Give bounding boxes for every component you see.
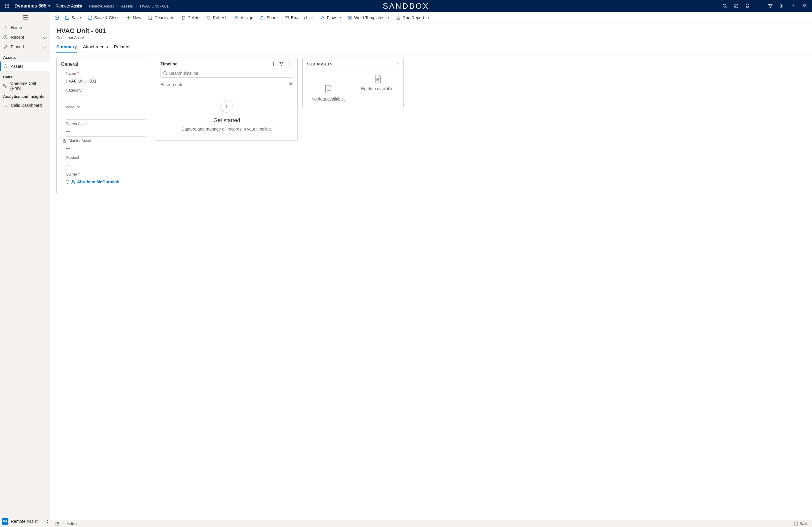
note-input-row [160,80,293,89]
record-subtitle: Customer Asset [56,35,806,40]
cmd-label: Deactivate [155,15,174,20]
new-button[interactable]: New [123,12,144,23]
more-icon[interactable] [395,61,399,67]
svg-point-44 [397,63,397,64]
nav-label: Pinned [11,44,24,49]
product-label: Product [66,155,145,160]
category-label: Category [66,88,145,92]
go-back-icon[interactable] [52,12,61,23]
crumb-1[interactable]: Assets [121,4,133,9]
status-save-button[interactable]: Save [794,521,808,526]
email-link-button[interactable]: Email a Link [281,12,317,23]
cmd-label: Email a Link [291,15,314,20]
cmd-label: Refresh [213,15,227,20]
more-icon[interactable] [285,62,293,66]
category-field[interactable]: --- [66,94,145,103]
nav-assets[interactable]: Assets [0,61,50,71]
chevron-down-icon[interactable]: ▾ [48,4,50,8]
word-templates-button[interactable]: Word Templates▾ [345,12,393,23]
name-label: Name [66,71,76,76]
run-report-button[interactable]: Run Report▾ [393,12,432,23]
note-input[interactable] [160,82,289,87]
cmd-label: Flow [327,15,336,20]
cmd-label: Word Templates [354,15,385,20]
save-icon [65,15,70,20]
status-state: Active [67,522,77,526]
cmd-label: Share [266,15,277,20]
app-launcher-icon[interactable] [2,1,12,11]
required-indicator: * [77,71,79,76]
svg-point-30 [235,16,237,17]
lightbulb-icon[interactable] [742,1,753,11]
cmd-label: Save & Close [94,15,120,20]
task-icon[interactable] [731,1,741,11]
save-close-icon [88,15,92,20]
app-name[interactable]: Remote Assist [56,4,82,9]
crumb-2[interactable]: HVAC Unit - 001 [140,4,169,9]
svg-point-20 [55,16,58,19]
user-icon[interactable] [799,1,810,11]
name-field[interactable]: HVAC Unit - 001 [66,77,145,86]
report-icon [396,15,401,20]
assign-icon [234,15,239,20]
nav-recent[interactable]: Recent [0,32,50,42]
svg-rect-6 [5,7,6,8]
nav-label: One-time Call (Previ... [10,81,47,91]
brand[interactable]: Dynamics 365 [14,3,46,9]
flow-button[interactable]: Flow▾ [317,12,344,23]
share-button[interactable]: Share [257,12,280,23]
nav-app-switcher[interactable]: RA Remote Assist ▴▾ [0,515,50,527]
hamburger-icon[interactable] [0,12,50,23]
nav-calls-dashboard[interactable]: Calls Dashboard [0,101,50,110]
filter-icon[interactable] [277,62,285,66]
parent-asset-field[interactable]: --- [66,127,145,137]
refresh-button[interactable]: Refresh [203,12,230,23]
timeline-search-input[interactable] [169,71,290,76]
timeline-title: Timeline [160,61,270,66]
plus-icon[interactable] [754,1,764,11]
svg-point-40 [289,65,289,66]
save-close-button[interactable]: Save & Close [85,12,123,23]
chart-icon [3,103,8,108]
nav-label: Calls Dashboard [11,103,42,108]
svg-rect-22 [66,16,68,17]
app-badge: RA [2,518,9,525]
deactivate-button[interactable]: Deactivate [145,12,177,23]
nav-home[interactable]: Home [0,23,50,32]
crumb-0[interactable]: Remote Assist [89,4,114,9]
home-icon [3,26,8,30]
filter-icon[interactable] [765,1,775,11]
save-button[interactable]: Save [62,12,84,23]
attach-icon[interactable] [289,82,293,87]
flow-icon [320,15,325,20]
delete-button[interactable]: Delete [178,12,202,23]
owner-field[interactable]: Abraham McCormick [66,178,145,187]
svg-rect-1 [6,4,8,4]
popout-icon[interactable] [54,522,61,526]
plus-circle-icon[interactable]: + [220,100,233,113]
sub-assets-col: No data available. [357,75,399,91]
tab-attachments[interactable]: Attachments [83,44,108,53]
tab-related[interactable]: Related [114,44,130,53]
add-icon[interactable] [270,62,277,66]
gear-icon[interactable] [777,1,787,11]
svg-line-10 [726,7,727,8]
assign-button[interactable]: Assign [231,12,256,23]
search-icon[interactable] [720,1,730,11]
tab-summary[interactable]: Summary [56,44,77,53]
general-card: General Name* HVAC Unit - 001 Category -… [56,58,151,193]
timeline-search[interactable] [160,69,293,78]
owner-label: Owner [66,172,77,176]
general-title: General [57,58,151,69]
chevron-down-icon: ▾ [339,16,341,19]
help-icon[interactable] [788,1,798,11]
account-field[interactable]: --- [66,111,145,120]
environment-label: SANDBOX [383,1,429,11]
file-icon [374,75,381,83]
nav-pinned[interactable]: Pinned [0,42,50,52]
nav-label: Recent [11,35,24,40]
product-field[interactable]: --- [66,161,145,170]
svg-point-14 [781,5,782,6]
parent-asset-label: Parent Asset [66,122,145,126]
nav-one-time-call[interactable]: One-time Call (Previ... [0,81,50,91]
